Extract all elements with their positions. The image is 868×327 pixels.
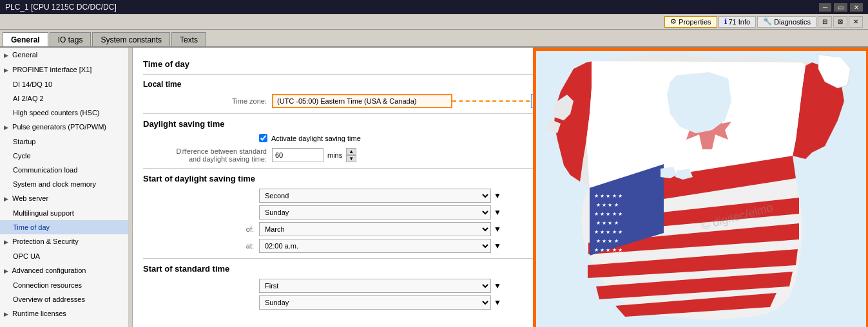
arrow-icon: ▶ xyxy=(4,308,10,320)
properties-icon: ⚙ xyxy=(670,17,677,26)
dst-month-arrow: ▼ xyxy=(494,225,501,234)
diagnostics-icon: 🔧 xyxy=(763,17,772,26)
diagnostics-button[interactable]: 🔧 Diagnostics xyxy=(757,16,816,28)
title-bar: PLC_1 [CPU 1215C DC/DC/DC] ─ ▭ ✕ xyxy=(0,0,868,14)
sidebar-item-pulse-gen[interactable]: ▶ Pulse generators (PTO/PWM) xyxy=(0,120,128,135)
content-area: Time of day Local time Time zone: (UTC -… xyxy=(133,48,868,327)
dst-month-select[interactable]: March xyxy=(259,222,491,236)
dst-time-arrow: ▼ xyxy=(494,241,501,250)
timezone-label: Time zone: xyxy=(143,97,272,105)
sidebar-item-web-server[interactable]: ▶ Web server xyxy=(0,191,128,206)
tab-system-constants[interactable]: System constants xyxy=(92,32,170,46)
sidebar-item-adv-config[interactable]: ▶ Advanced configuration xyxy=(0,263,128,278)
svg-text:★ ★ ★ ★ ★: ★ ★ ★ ★ ★ xyxy=(594,247,622,253)
map-overlay: ★ ★ ★ ★ ★ ★ ★ ★ ★ ★ ★ ★ ★ ★ ★ ★ ★ ★ ★ ★ … xyxy=(533,48,868,327)
tab-io-tags[interactable]: IO tags xyxy=(50,32,92,46)
svg-text:★ ★ ★ ★ ★: ★ ★ ★ ★ ★ xyxy=(594,193,622,199)
std-occurrence-arrow: ▼ xyxy=(494,281,501,290)
difference-spinner: mins ▲ ▼ xyxy=(272,148,356,162)
sidebar-item-runtime-lic[interactable]: ▶ Runtime licenses xyxy=(0,306,128,321)
sidebar-item-overview-addr[interactable]: Overview of addresses xyxy=(0,292,128,306)
sidebar-item-profinet[interactable]: ▶ PROFINET interface [X1] xyxy=(0,62,128,77)
svg-text:★ ★ ★ ★ ★: ★ ★ ★ ★ ★ xyxy=(594,211,622,217)
sidebar-item-di14dq10[interactable]: DI 14/DQ 10 xyxy=(0,77,128,91)
sidebar-item-startup[interactable]: Startup xyxy=(0,135,128,149)
sidebar-item-ai2aq2[interactable]: AI 2/AQ 2 xyxy=(0,91,128,106)
dst-at-label: at: xyxy=(143,242,259,250)
sidebar-item-conn-resources[interactable]: Connection resources xyxy=(0,278,128,292)
dst-occurrence-select[interactable]: Second xyxy=(259,189,491,203)
app-wrapper: PLC_1 [CPU 1215C DC/DC/DC] ─ ▭ ✕ ⚙ Prope… xyxy=(0,0,868,327)
sidebar-item-opc-ua[interactable]: OPC UA xyxy=(0,249,128,263)
sidebar-item-protection[interactable]: ▶ Protection & Security xyxy=(0,234,128,249)
minimize-button[interactable]: ─ xyxy=(819,3,831,12)
dst-day-select[interactable]: Sunday xyxy=(259,205,491,220)
content-wrapper: ▶ General ▶ PROFINET interface [X1] DI 1… xyxy=(0,48,868,327)
difference-input[interactable] xyxy=(272,148,323,162)
top-toolbar: ⚙ Properties ℹ 71 Info 🔧 Diagnostics ⊟ ⊠… xyxy=(0,14,868,30)
tab-general[interactable]: General xyxy=(3,32,48,46)
sidebar-item-sys-clock[interactable]: System and clock memory xyxy=(0,177,128,191)
panel-close-button[interactable]: ✕ xyxy=(849,16,863,28)
sidebar-item-general[interactable]: ▶ General xyxy=(0,48,128,62)
restore-button[interactable]: ▭ xyxy=(834,3,847,12)
sidebar: ▶ General ▶ PROFINET interface [X1] DI 1… xyxy=(0,48,129,327)
difference-label-1: Difference between standard xyxy=(143,147,267,155)
dst-occurrence-arrow: ▼ xyxy=(494,191,501,200)
dashed-line xyxy=(452,100,530,102)
close-button[interactable]: ✕ xyxy=(850,3,863,12)
properties-button[interactable]: ⚙ Properties xyxy=(664,16,717,28)
std-occurrence-select[interactable]: First xyxy=(259,279,491,293)
arrow-icon: ▶ xyxy=(4,122,10,133)
svg-text:★ ★ ★ ★: ★ ★ ★ ★ xyxy=(596,238,619,244)
title-bar-text: PLC_1 [CPU 1215C DC/DC/DC] xyxy=(5,3,117,12)
difference-unit: mins xyxy=(327,151,342,159)
arrow-icon: ▶ xyxy=(4,64,10,76)
svg-text:★ ★ ★ ★: ★ ★ ★ ★ xyxy=(596,220,619,226)
sidebar-item-time-of-day[interactable]: Time of day xyxy=(0,220,128,234)
svg-text:★ ★ ★ ★: ★ ★ ★ ★ xyxy=(596,202,619,208)
tabs-row: General IO tags System constants Texts xyxy=(0,30,868,48)
activate-dst-checkbox[interactable] xyxy=(259,134,267,142)
activate-dst-label[interactable]: Activate daylight saving time xyxy=(271,135,361,142)
sidebar-item-multilingual[interactable]: Multilingual support xyxy=(0,206,128,220)
arrow-icon: ▶ xyxy=(4,50,10,61)
info-icon: ℹ xyxy=(724,17,727,26)
timezone-value: (UTC -05:00) Eastern Time (USA & Canada) xyxy=(272,94,452,108)
sidebar-item-comm-load[interactable]: Communication load xyxy=(0,163,128,177)
arrow-icon: ▶ xyxy=(4,265,10,277)
svg-text:★ ★ ★ ★ ★: ★ ★ ★ ★ ★ xyxy=(594,229,622,235)
title-bar-controls: ─ ▭ ✕ xyxy=(819,3,863,12)
dst-of-label: of: xyxy=(143,225,259,233)
panel-float-button[interactable]: ⊠ xyxy=(833,16,847,28)
std-day-arrow: ▼ xyxy=(494,298,501,307)
map-svg: ★ ★ ★ ★ ★ ★ ★ ★ ★ ★ ★ ★ ★ ★ ★ ★ ★ ★ ★ ★ … xyxy=(535,50,868,327)
dst-day-arrow: ▼ xyxy=(494,208,501,217)
tab-texts[interactable]: Texts xyxy=(171,32,206,46)
sidebar-item-hsc[interactable]: High speed counters (HSC) xyxy=(0,106,128,120)
panel-minimize-button[interactable]: ⊟ xyxy=(818,16,832,28)
difference-label-2: and daylight saving time: xyxy=(143,155,267,163)
spinner-controls: ▲ ▼ xyxy=(346,148,356,162)
sidebar-item-cycle[interactable]: Cycle xyxy=(0,149,128,163)
arrow-icon: ▶ xyxy=(4,193,10,205)
info-button[interactable]: ℹ 71 Info xyxy=(719,16,757,28)
dst-time-select[interactable]: 02:00 a.m. xyxy=(259,239,491,253)
spinner-down-button[interactable]: ▼ xyxy=(346,155,356,162)
std-day-select[interactable]: Sunday xyxy=(259,295,491,310)
spinner-up-button[interactable]: ▲ xyxy=(346,148,356,155)
arrow-icon: ▶ xyxy=(4,236,10,248)
